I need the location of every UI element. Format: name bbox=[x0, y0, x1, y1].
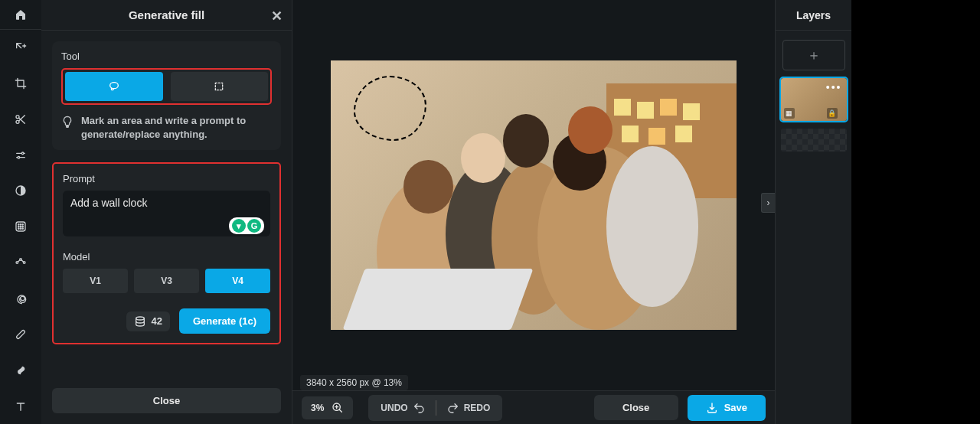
bulb-icon bbox=[61, 116, 74, 141]
home-button[interactable] bbox=[0, 0, 41, 30]
bottom-bar: 3% UNDO REDO Close Save bbox=[292, 390, 775, 424]
left-tool-rail bbox=[0, 0, 41, 424]
rail-cutout-tool[interactable] bbox=[9, 108, 32, 130]
generative-fill-panel: Generative fill ✕ Tool Mark bbox=[41, 0, 292, 424]
prompt-wrapper: ▾ G bbox=[63, 191, 270, 239]
tool-hint: Mark an area and write a prompt to gener… bbox=[61, 114, 272, 141]
rail-heal-tool[interactable] bbox=[9, 323, 32, 345]
svg-point-2 bbox=[21, 152, 24, 155]
rail-draw-tool[interactable] bbox=[9, 359, 32, 381]
grammar-badge-2: G bbox=[247, 219, 261, 233]
rail-liquify-tool[interactable] bbox=[9, 252, 32, 274]
prompt-section-label: Prompt bbox=[63, 173, 270, 184]
model-v4-button[interactable]: V4 bbox=[205, 269, 270, 293]
canvas-dimensions-label: 3840 x 2560 px @ 13% bbox=[300, 375, 408, 390]
lasso-selection[interactable] bbox=[354, 76, 426, 141]
prompt-section-highlight: Prompt ▾ G Model V1 V3 V4 bbox=[52, 162, 281, 344]
layer-badges: ▦ 🔒 bbox=[784, 108, 795, 119]
credits-badge: 42 bbox=[126, 311, 169, 331]
panel-header: Generative fill ✕ bbox=[41, 0, 292, 31]
svg-point-8 bbox=[22, 224, 23, 225]
svg-point-14 bbox=[22, 228, 23, 229]
canvas-stage[interactable] bbox=[292, 0, 775, 390]
brush-icon bbox=[15, 364, 27, 377]
layer-thumb-2[interactable] bbox=[781, 129, 847, 152]
model-selector: V1 V3 V4 bbox=[63, 269, 270, 293]
grammar-badge-1: ▾ bbox=[232, 219, 246, 233]
rail-text-tool[interactable] bbox=[9, 395, 32, 417]
nodes-icon bbox=[15, 256, 27, 269]
layer-thumb-1[interactable]: ••• ▦ 🔒 bbox=[781, 78, 847, 121]
save-button[interactable]: Save bbox=[688, 395, 766, 421]
svg-point-7 bbox=[20, 224, 21, 225]
bottom-close-button[interactable]: Close bbox=[594, 395, 678, 420]
zoom-value: 3% bbox=[311, 403, 324, 413]
image-laptop bbox=[342, 269, 533, 330]
canvas-image[interactable] bbox=[331, 60, 737, 330]
panel-close-footer-button[interactable]: Close bbox=[52, 388, 281, 413]
collapse-layers-button[interactable]: › bbox=[761, 193, 775, 213]
crop-icon bbox=[15, 77, 27, 90]
divider bbox=[436, 400, 436, 416]
lasso-icon bbox=[108, 80, 120, 93]
layer-options-icon[interactable]: ••• bbox=[826, 81, 842, 93]
svg-point-13 bbox=[20, 228, 21, 229]
marquee-icon bbox=[213, 80, 225, 93]
undo-icon bbox=[413, 402, 425, 414]
redo-button[interactable]: REDO bbox=[447, 402, 491, 414]
canvas-area: 3840 x 2560 px @ 13% 3% UNDO REDO Close bbox=[292, 0, 775, 424]
tool-selector-highlight bbox=[61, 68, 272, 105]
rail-contrast-tool[interactable] bbox=[9, 180, 32, 202]
zoom-in-icon[interactable] bbox=[332, 402, 344, 414]
contrast-icon bbox=[15, 184, 27, 197]
panel-close-button[interactable]: ✕ bbox=[271, 8, 283, 24]
undo-label: UNDO bbox=[381, 403, 407, 413]
svg-point-10 bbox=[20, 227, 21, 227]
svg-point-21 bbox=[136, 317, 145, 320]
rail-arrange-tool[interactable] bbox=[9, 37, 32, 59]
zoom-control[interactable]: 3% bbox=[302, 396, 353, 419]
add-layer-button[interactable]: ＋ bbox=[782, 40, 845, 70]
home-icon bbox=[15, 8, 27, 21]
rail-effect-tool[interactable] bbox=[9, 216, 32, 238]
layer-lock-icon[interactable]: 🔒 bbox=[827, 108, 838, 119]
sliders-icon bbox=[15, 149, 27, 161]
model-section-label: Model bbox=[63, 251, 270, 263]
download-icon bbox=[706, 402, 718, 414]
credits-icon bbox=[134, 315, 146, 328]
svg-point-12 bbox=[18, 228, 19, 229]
save-label: Save bbox=[724, 402, 747, 413]
cursor-plus-icon bbox=[15, 41, 27, 54]
model-v3-button[interactable]: V3 bbox=[134, 269, 199, 293]
model-v1-button[interactable]: V1 bbox=[63, 269, 128, 293]
rail-spiral-tool[interactable] bbox=[9, 288, 32, 310]
undo-button[interactable]: UNDO bbox=[381, 402, 424, 414]
tool-hint-text: Mark an area and write a prompt to gener… bbox=[81, 114, 272, 141]
svg-point-9 bbox=[18, 227, 19, 227]
svg-rect-20 bbox=[216, 83, 223, 90]
grid-dots-icon bbox=[15, 220, 27, 233]
svg-point-3 bbox=[18, 156, 20, 158]
svg-point-11 bbox=[22, 227, 23, 227]
lasso-tool-button[interactable] bbox=[65, 72, 163, 101]
tool-section-label: Tool bbox=[61, 51, 272, 62]
grammar-badges[interactable]: ▾ G bbox=[229, 217, 264, 234]
scissors-icon bbox=[15, 113, 27, 126]
svg-rect-18 bbox=[16, 330, 25, 339]
layer-visibility-icon[interactable]: ▦ bbox=[784, 108, 795, 119]
spiral-icon bbox=[15, 292, 27, 305]
layers-title: Layers bbox=[776, 0, 851, 31]
redo-label: REDO bbox=[464, 403, 491, 413]
text-icon bbox=[15, 400, 27, 413]
credits-count: 42 bbox=[151, 315, 162, 327]
bandage-icon bbox=[15, 328, 27, 341]
redo-icon bbox=[447, 402, 459, 414]
marquee-tool-button[interactable] bbox=[171, 72, 269, 101]
layers-panel: Layers ＋ ••• ▦ 🔒 › bbox=[775, 0, 851, 424]
svg-point-6 bbox=[18, 224, 19, 225]
rail-adjust-tool[interactable] bbox=[9, 144, 32, 166]
generate-button[interactable]: Generate (1c) bbox=[179, 308, 270, 334]
panel-title: Generative fill bbox=[129, 8, 204, 21]
tool-section: Tool Mark an area and write a prompt to … bbox=[52, 41, 281, 150]
rail-crop-tool[interactable] bbox=[9, 72, 32, 94]
